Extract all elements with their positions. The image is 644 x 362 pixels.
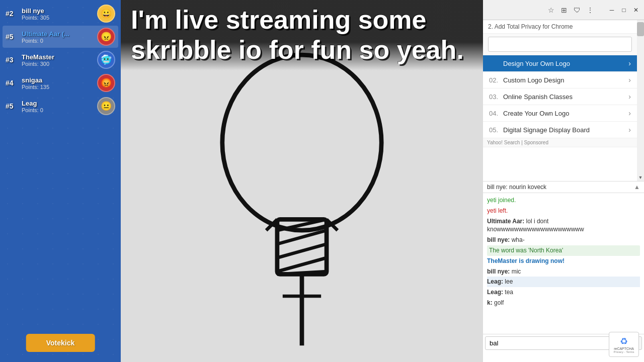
yahoo-attribution: Yahoo! Search | Sponsored	[483, 138, 637, 147]
sender-7: bill nye:	[487, 268, 510, 275]
msg-text-2: yeti left.	[487, 207, 508, 214]
score-item-3: #3 TheMaster Points: 300 🥶	[3, 49, 118, 71]
player-points-1: Points: 305	[22, 15, 97, 21]
score-item-4: #4 snigaa Points: 135 😡	[3, 72, 118, 94]
star-icon[interactable]: ☆	[546, 6, 555, 15]
score-info-5: Leag Points: 0	[22, 100, 97, 113]
chat-msg-4: bill nye: wha-	[487, 235, 640, 245]
menu-icon[interactable]: ⋮	[586, 6, 595, 15]
avatar-5: 😐	[97, 97, 115, 115]
scrollbar-track[interactable]: ▼	[637, 20, 644, 181]
ad-number-4: 04.	[489, 110, 501, 117]
player-points-5: Points: 0	[22, 107, 97, 113]
chat-msg-10: k: golf	[487, 298, 640, 308]
stream-text-line1: I'm live streaming some	[131, 5, 473, 35]
search-input-visual[interactable]	[488, 37, 632, 52]
ad-number-3: 03.	[489, 93, 501, 101]
score-info-1: bill nye Points: 305	[22, 7, 97, 21]
stream-text-line2: skribble io for fun so yeah.	[131, 35, 473, 65]
chat-collapse-icon[interactable]: ▲	[634, 184, 640, 191]
ad-link-4[interactable]: 04. Create Your Own Logo ›	[483, 105, 637, 122]
avatar-3: 🥶	[97, 51, 115, 69]
rank-5: #5	[6, 102, 20, 110]
ad-link-5[interactable]: 05. Digital Signage Display Board ›	[483, 122, 637, 138]
rank-4: #4	[6, 79, 20, 87]
chevron-2: ›	[628, 76, 631, 84]
stream-overlay: I'm live streaming some skribble io for …	[121, 0, 483, 70]
msg-text-5: The word was 'North Korea'	[489, 247, 563, 254]
chat-msg-6: TheMaster is drawing now!	[487, 256, 640, 266]
scrollbar-thumb[interactable]	[637, 22, 644, 36]
ad-text-4: Create Your Own Logo	[503, 110, 628, 117]
ad-link-1[interactable]: Design Your Own Logo ›	[483, 55, 637, 72]
ad-text-2: Custom Logo Design	[503, 76, 628, 84]
chat-msg-3: Ultimate Aar: lol i dont knowwwwwwwwwwww…	[487, 216, 640, 235]
sender-9: Leag:	[487, 289, 503, 296]
svg-line-5	[277, 258, 327, 272]
chevron-1: ›	[628, 59, 631, 67]
score-item-5: #5 Leag Points: 0 😐	[3, 95, 118, 117]
rank-1: #2	[6, 10, 20, 18]
ad-text-5: Digital Signage Display Board	[503, 126, 628, 134]
chevron-3: ›	[628, 93, 631, 101]
player-points-4: Points: 135	[22, 84, 97, 90]
player-name-2: Ultimate Aar (...	[22, 30, 97, 38]
avatar-1: 😀	[97, 5, 115, 23]
chat-header-text: bill nye: nourin koveck	[487, 184, 546, 191]
avatar-4: 😡	[97, 74, 115, 92]
msg-text-4: wha-	[512, 236, 525, 243]
sender-10: k:	[487, 299, 493, 306]
ad-prev-item: 2. Add Total Privacy for Chrome	[483, 20, 637, 34]
score-item-1: #2 bill nye Points: 305 😀	[3, 3, 118, 25]
player-name-4: snigaa	[22, 76, 97, 84]
votekick-button[interactable]: Votekick	[26, 334, 95, 352]
extensions-icon[interactable]: ⊞	[559, 6, 569, 15]
player-name-1: bill nye	[22, 7, 97, 15]
player-points-3: Points: 300	[22, 61, 97, 67]
minimize-button[interactable]: ─	[608, 6, 616, 14]
rank-2: #5	[6, 33, 20, 41]
chat-section: bill nye: nourin koveck ▲ yeti joined. y…	[483, 181, 644, 352]
ad-link-2[interactable]: 02. Custom Logo Design ›	[483, 72, 637, 88]
ad-text-3: Online Spanish Classes	[503, 93, 628, 101]
ads-section: ▼ 2. Add Total Privacy for Chrome Design…	[483, 20, 644, 181]
close-button[interactable]: ✕	[632, 6, 640, 14]
drawing-area: I'm live streaming some skribble io for …	[121, 0, 483, 362]
chat-msg-8: Leag: lee	[487, 277, 640, 287]
score-info-2: Ultimate Aar (... Points: 0	[22, 30, 97, 44]
player-name-5: Leag	[22, 100, 97, 107]
chat-messages: yeti joined. yeti left. Ultimate Aar: lo…	[483, 193, 644, 334]
svg-point-0	[222, 55, 381, 230]
chevron-4: ›	[628, 109, 631, 117]
ad-content: 2. Add Total Privacy for Chrome Design Y…	[483, 20, 637, 147]
right-panel: ☆ ⊞ 🛡 ⋮ ─ □ ✕ ▼ 2. Add Total Privacy for…	[483, 0, 644, 362]
avatar-2: 😠	[97, 28, 115, 46]
shield-icon[interactable]: 🛡	[573, 6, 582, 15]
msg-text-6: TheMaster is drawing now!	[487, 257, 565, 264]
chat-header-bar: bill nye: nourin koveck ▲	[483, 182, 644, 193]
scroll-down-icon[interactable]: ▼	[637, 174, 644, 181]
msg-text-7: mic	[512, 268, 521, 275]
msg-text-9: tea	[505, 289, 513, 296]
player-name-3: TheMaster	[22, 53, 97, 61]
msg-text-10: golf	[494, 299, 504, 306]
svg-line-4	[277, 244, 327, 257]
chat-msg-9: Leag: tea	[487, 287, 640, 298]
chat-msg-1: yeti joined.	[487, 195, 640, 206]
msg-text-1: yeti joined.	[487, 197, 516, 204]
rank-3: #3	[6, 56, 20, 64]
search-box	[483, 34, 637, 55]
chat-msg-7: bill nye: mic	[487, 266, 640, 277]
ad-text-1: Design Your Own Logo	[503, 60, 628, 67]
sender-4: bill nye:	[487, 236, 510, 243]
recaptcha-sublabel: Privacy - Terms	[613, 350, 634, 353]
score-info-4: snigaa Points: 135	[22, 76, 97, 90]
sender-3: Ultimate Aar:	[487, 218, 524, 225]
score-info-3: TheMaster Points: 300	[22, 53, 97, 67]
sender-8: Leag:	[487, 278, 503, 285]
browser-bar: ☆ ⊞ 🛡 ⋮ ─ □ ✕	[483, 0, 644, 20]
ad-link-3[interactable]: 03. Online Spanish Classes ›	[483, 88, 637, 105]
recaptcha-label: reCAPTCHA	[614, 347, 634, 350]
maximize-button[interactable]: □	[620, 6, 628, 14]
chevron-5: ›	[628, 126, 631, 134]
